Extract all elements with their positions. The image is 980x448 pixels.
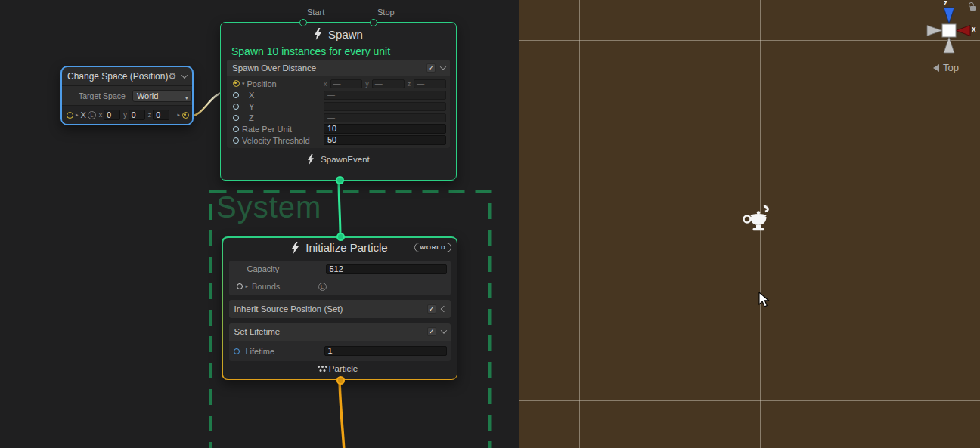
- value-field[interactable]: —: [324, 102, 446, 111]
- bounds-port[interactable]: [237, 283, 243, 289]
- block-enabled-checkbox[interactable]: ✓: [427, 304, 436, 314]
- inherit-source-position-block[interactable]: Inherit Source Position (Set) ✓: [229, 300, 451, 318]
- velocity-threshold-field[interactable]: 50: [324, 135, 446, 145]
- gear-icon[interactable]: ⚙: [168, 71, 176, 82]
- gizmo-axis-down: [944, 37, 954, 53]
- x-axis-label: x: [99, 111, 103, 119]
- lightning-icon: [307, 154, 315, 165]
- local-space-icon[interactable]: L: [88, 111, 96, 119]
- target-space-value: World: [137, 91, 159, 100]
- x-port[interactable]: [233, 92, 239, 98]
- row-label: X: [242, 91, 254, 100]
- row-label: Rate Per Unit: [242, 125, 292, 134]
- row-label: Y: [242, 102, 254, 111]
- value-field[interactable]: —: [324, 113, 446, 122]
- bounds-label: Bounds: [252, 282, 280, 291]
- rate-per-unit-row: Rate Per Unit 10: [227, 123, 450, 134]
- position-port[interactable]: [233, 80, 240, 87]
- scene-view[interactable]: z x Top: [519, 0, 980, 448]
- grid-line: [519, 400, 980, 401]
- initialize-particle-node[interactable]: Initialize Particle WORLD Capacity 512 ▸…: [222, 236, 457, 380]
- z-port[interactable]: [233, 115, 239, 121]
- local-space-icon[interactable]: L: [318, 283, 327, 291]
- lock-icon[interactable]: [969, 2, 977, 11]
- target-space-dropdown[interactable]: World ▾: [132, 90, 192, 102]
- vfx-graph-panel[interactable]: System Start Stop Change Space (Position…: [0, 0, 519, 448]
- lifetime-label: Lifetime: [246, 347, 275, 356]
- view-arrow-icon: [933, 64, 939, 72]
- block-enabled-checkbox[interactable]: ✓: [426, 63, 436, 73]
- edge-particle-out: [340, 380, 344, 448]
- x-value-field[interactable]: 0: [104, 110, 120, 120]
- velocity-threshold-row: Velocity Threshold 50: [227, 134, 450, 146]
- rate-per-unit-field[interactable]: 10: [324, 124, 446, 134]
- change-space-header[interactable]: Change Space (Position) ⚙: [62, 67, 192, 86]
- lifetime-field[interactable]: 1: [324, 346, 447, 356]
- value-field[interactable]: —: [324, 91, 446, 100]
- lightning-icon: [291, 242, 299, 254]
- spawnevent-output-port[interactable]: [336, 176, 344, 184]
- spawnevent-output-label: SpawnEvent: [321, 155, 370, 164]
- initialize-settings-panel: Capacity 512 ▸ Bounds L: [229, 261, 451, 295]
- vfx-graph-window: System Start Stop Change Space (Position…: [0, 0, 980, 448]
- grid-line: [579, 0, 580, 448]
- stop-port-label: Stop: [377, 8, 395, 17]
- row-label: Velocity Threshold: [242, 136, 310, 145]
- start-flow-port[interactable]: [299, 19, 307, 26]
- spawn-node[interactable]: Spawn Spawn 10 instances for every unit …: [220, 22, 457, 181]
- y-value-field[interactable]: 0: [129, 110, 145, 120]
- velocity-threshold-port[interactable]: [233, 137, 239, 144]
- block-enabled-checkbox[interactable]: ✓: [427, 327, 436, 336]
- row-label: Z: [242, 113, 254, 122]
- dropdown-arrow-icon: ▾: [185, 93, 188, 104]
- stop-flow-port[interactable]: [370, 19, 377, 26]
- view-mode-label[interactable]: Top: [933, 62, 959, 73]
- edge-spawnevent-to-initialize: [339, 181, 340, 236]
- gizmo-axis-left: [927, 26, 942, 36]
- chevron-down-icon[interactable]: [440, 327, 446, 333]
- gizmo-z-label[interactable]: z: [944, 0, 947, 7]
- z-row: Z —: [227, 112, 450, 123]
- gizmo-x-label[interactable]: x: [972, 25, 976, 33]
- gizmo-z-axis: [944, 8, 954, 23]
- chevron-down-icon[interactable]: [440, 63, 446, 70]
- position-output-port[interactable]: [182, 112, 189, 119]
- change-space-title: Change Space (Position): [67, 71, 168, 82]
- param-name: X: [81, 110, 86, 119]
- particle-output-port[interactable]: [336, 376, 345, 385]
- mouse-cursor: [758, 292, 770, 307]
- block-title: Set Lifetime: [234, 327, 427, 336]
- expander-icon[interactable]: ▾: [242, 81, 245, 87]
- expander-icon: ▸: [177, 112, 180, 118]
- spawn-titlebar[interactable]: Spawn: [221, 23, 456, 45]
- world-space-badge[interactable]: WORLD: [414, 243, 451, 252]
- block-title: Spawn Over Distance: [232, 63, 426, 73]
- spawn-title: Spawn: [328, 28, 363, 41]
- z-value-field[interactable]: 0: [153, 110, 169, 120]
- chevron-left-icon[interactable]: [440, 305, 446, 311]
- grid-line: [519, 40, 980, 41]
- spawn-over-distance-block[interactable]: Spawn Over Distance ✓ ▾ Position x — y —: [227, 60, 450, 148]
- start-port-label: Start: [307, 8, 324, 17]
- particle-output-label: Particle: [329, 364, 358, 373]
- y-value-field[interactable]: —: [372, 79, 405, 88]
- block-title: Inherit Source Position (Set): [234, 304, 427, 314]
- chevron-down-icon[interactable]: [181, 72, 188, 78]
- change-space-node[interactable]: Change Space (Position) ⚙ Target Space W…: [60, 66, 194, 125]
- expander-icon[interactable]: ▸: [76, 112, 79, 118]
- y-port[interactable]: [233, 104, 239, 110]
- gizmo-x-axis: [956, 26, 970, 36]
- x-value-field[interactable]: —: [330, 79, 363, 88]
- target-space-label: Target Space: [79, 91, 126, 100]
- expander-icon[interactable]: ▸: [246, 283, 249, 289]
- set-lifetime-block[interactable]: Set Lifetime ✓ Lifetime 1: [229, 323, 451, 361]
- rate-per-unit-port[interactable]: [233, 126, 239, 132]
- z-value-field[interactable]: —: [414, 79, 446, 88]
- position-input-port[interactable]: [67, 112, 73, 119]
- lifetime-port[interactable]: [234, 348, 240, 354]
- vfx-lamp-gizmo-icon: [742, 205, 774, 233]
- capacity-field[interactable]: 512: [326, 264, 447, 274]
- x-axis-label: x: [324, 80, 327, 88]
- scene-orientation-gizmo[interactable]: [923, 6, 976, 56]
- system-group-title: System: [216, 190, 321, 224]
